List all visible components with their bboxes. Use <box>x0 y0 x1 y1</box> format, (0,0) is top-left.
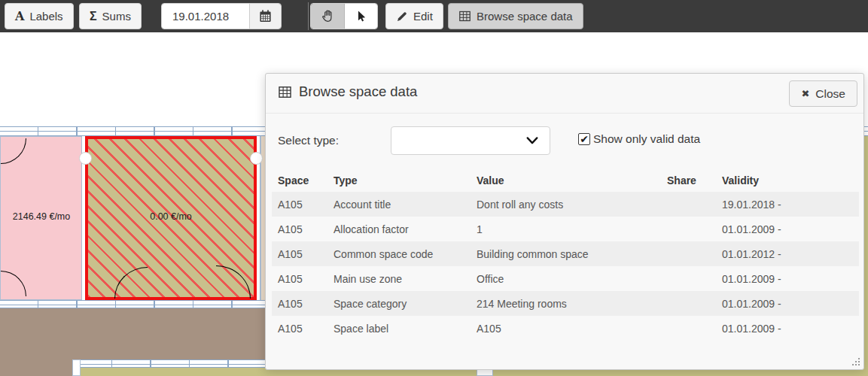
door-arc-icon <box>114 267 148 299</box>
table-header-row: Space Type Value Share Validity <box>272 168 859 192</box>
app-screen: 2146.49 €/mo 0.00 €/mo A Labels Σ Sums <box>0 0 868 376</box>
door-arc-icon <box>216 265 251 299</box>
cell-type: Account title <box>327 199 471 211</box>
dialog-title-wrap: Browse space data <box>278 83 417 100</box>
show-valid-checkbox-wrap: ✔ Show only valid data <box>578 132 700 146</box>
cell-type: Allocation factor <box>327 223 471 235</box>
browse-space-data-dialog: Browse space data ✖ Close Select type: ✔… <box>265 73 864 370</box>
cell-value: Dont roll any costs <box>471 199 661 211</box>
select-type-label: Select type: <box>278 134 339 147</box>
cursor-icon <box>355 9 367 23</box>
cell-validity: 01.01.2009 - <box>716 273 859 285</box>
table-row[interactable]: A105 Main use zone Office 01.01.2009 - <box>272 266 859 291</box>
cell-validity: 19.01.2018 - <box>716 199 859 211</box>
cell-value: A105 <box>471 323 661 335</box>
hand-icon <box>321 9 335 23</box>
sums-button-label: Sums <box>102 10 131 23</box>
table-row[interactable]: A105 Allocation factor 1 01.01.2009 - <box>272 217 859 241</box>
date-input[interactable] <box>162 4 249 29</box>
labels-button-label: Labels <box>29 10 62 23</box>
type-select-dropdown[interactable] <box>391 126 550 155</box>
calendar-icon <box>258 9 273 23</box>
table-row[interactable]: A105 Common space code Building common s… <box>272 241 859 266</box>
cell-space: A105 <box>272 223 327 235</box>
cell-value: 1 <box>471 223 661 235</box>
table-icon <box>458 10 471 23</box>
cell-space: A105 <box>272 298 327 310</box>
dialog-header: Browse space data ✖ Close <box>266 74 863 114</box>
checkmark-icon: ✔ <box>580 134 589 144</box>
space-data-table: Space Type Value Share Validity A105 Acc… <box>272 168 859 341</box>
cell-type: Space category <box>327 298 471 310</box>
dialog-title: Browse space data <box>299 83 417 100</box>
selection-handle-left[interactable] <box>79 152 92 165</box>
pan-tool-button[interactable] <box>311 4 344 29</box>
col-header-type: Type <box>327 174 471 186</box>
sigma-icon: Σ <box>90 10 97 23</box>
close-icon: ✖ <box>801 88 809 99</box>
cell-value: Office <box>471 273 661 285</box>
date-control <box>161 3 282 29</box>
cell-type: Space label <box>327 323 471 335</box>
select-tool-button[interactable] <box>344 4 377 29</box>
labels-a-icon: A <box>15 9 24 23</box>
selection-handle-right[interactable] <box>250 152 263 165</box>
sums-button[interactable]: Σ Sums <box>79 3 142 29</box>
cell-type: Main use zone <box>327 273 471 285</box>
cell-value: Building common space <box>471 248 661 260</box>
edit-button[interactable]: Edit <box>385 3 443 29</box>
room-pink-cost-label: 2146.49 €/mo <box>13 211 70 222</box>
chevron-down-icon <box>525 135 539 146</box>
calendar-button[interactable] <box>249 4 281 29</box>
door-arc-icon <box>1 138 26 164</box>
cell-validity: 01.01.2009 - <box>716 223 859 235</box>
cell-validity: 01.01.2012 - <box>716 248 859 260</box>
cell-value: 214 Meeting rooms <box>471 298 661 310</box>
table-icon <box>278 85 292 99</box>
toolbar-divider <box>308 2 309 30</box>
cell-type: Common space code <box>327 248 471 260</box>
table-row[interactable]: A105 Space category 214 Meeting rooms 01… <box>272 291 859 316</box>
cell-validity: 01.01.2009 - <box>716 323 859 335</box>
cell-space: A105 <box>272 248 327 260</box>
cell-space: A105 <box>272 199 327 211</box>
pencil-icon <box>396 11 408 23</box>
col-header-space: Space <box>272 174 327 186</box>
cell-space: A105 <box>272 323 327 335</box>
toolbar: A Labels Σ Sums <box>0 0 868 32</box>
pointer-tool-group <box>310 3 378 29</box>
browse-button-label: Browse space data <box>477 10 573 23</box>
table-row[interactable]: A105 Account title Dont roll any costs 1… <box>272 192 859 217</box>
browse-space-data-button[interactable]: Browse space data <box>448 3 583 29</box>
close-button-label: Close <box>815 87 845 101</box>
cell-validity: 01.01.2009 - <box>716 298 859 310</box>
cell-space: A105 <box>272 273 327 285</box>
col-header-share: Share <box>661 174 716 186</box>
edit-button-label: Edit <box>413 10 433 23</box>
dialog-controls: Select type: ✔ Show only valid data <box>266 126 863 158</box>
show-valid-label: Show only valid data <box>593 132 700 146</box>
col-header-value: Value <box>471 174 661 186</box>
table-row[interactable]: A105 Space label A105 01.01.2009 - <box>272 316 859 341</box>
resize-grip[interactable] <box>851 356 860 365</box>
close-button[interactable]: ✖ Close <box>789 80 857 107</box>
wall-segment <box>72 359 81 376</box>
room-selected-cost-label: 0.00 €/mo <box>150 211 192 222</box>
labels-button[interactable]: A Labels <box>5 3 74 29</box>
door-arc-icon <box>1 271 26 296</box>
show-valid-checkbox[interactable]: ✔ <box>578 133 590 145</box>
col-header-validity: Validity <box>716 174 859 186</box>
